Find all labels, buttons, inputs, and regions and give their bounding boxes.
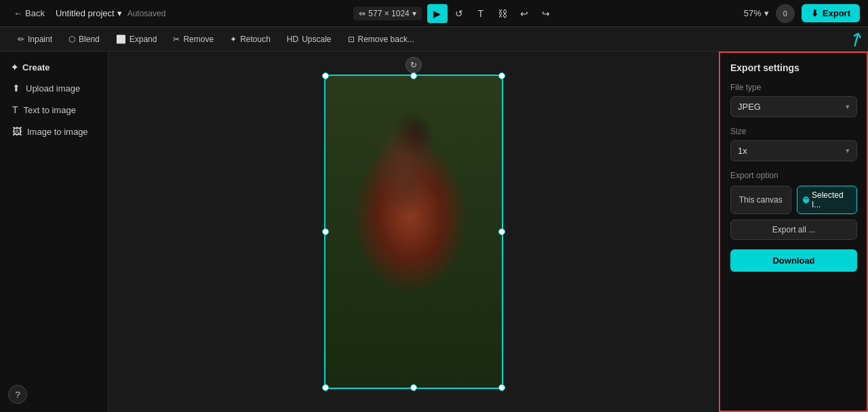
back-icon: ← [14, 8, 22, 18]
back-label: Back [25, 8, 45, 18]
export-option-label: Export option [730, 171, 857, 180]
expand-label: Expand [130, 35, 157, 44]
remove-tool[interactable]: ✂ Remove [166, 32, 220, 47]
upload-label: Upload image [26, 83, 80, 94]
handle-middle-left[interactable] [322, 228, 329, 235]
sidebar: ✦ Create ⬆ Upload image T Text to image … [0, 52, 108, 412]
create-icon: ✦ [11, 62, 18, 73]
help-icon: ? [15, 390, 20, 400]
remove-background-tool[interactable]: ⊡ Remove back... [341, 32, 421, 47]
undo-button[interactable]: ↩ [514, 4, 534, 23]
main-layout: ✦ Create ⬆ Upload image T Text to image … [0, 52, 868, 412]
retouch-icon: ✦ [230, 35, 237, 44]
selected-option[interactable]: Selected I... [797, 186, 858, 214]
handle-bottom-right[interactable] [498, 384, 505, 391]
upscale-tool[interactable]: HD Upscale [280, 32, 338, 47]
zoom-chevron: ▾ [764, 8, 769, 18]
export-button[interactable]: ⬇ Export [802, 4, 860, 22]
zoom-value: 57% [744, 8, 762, 18]
select-tool-button[interactable]: ▶ [427, 4, 448, 23]
text-to-image-label: Text to image [24, 105, 76, 115]
retouch-label: Retouch [240, 35, 271, 44]
file-type-label: File type [730, 83, 857, 92]
export-option-row: This canvas Selected I... [730, 186, 857, 214]
text-to-image-icon: T [12, 104, 18, 115]
export-download-icon: ⬇ [811, 8, 818, 18]
autosaved-status: Autosaved [127, 9, 166, 18]
toolbar-icons: ▶ ↺ T ⛓ ↩ ↪ [427, 4, 556, 23]
inpaint-icon: ✏ [18, 35, 24, 44]
blend-icon: ⬡ [68, 35, 75, 44]
remove-bg-label: Remove back... [358, 35, 414, 44]
size-value: 1x [738, 146, 747, 156]
create-label: Create [22, 62, 50, 73]
back-button[interactable]: ← Back [8, 5, 50, 21]
redo-button[interactable]: ↪ [536, 4, 556, 23]
retouch-tool[interactable]: ✦ Retouch [223, 32, 277, 47]
project-name[interactable]: Untitled project ▾ [56, 8, 122, 18]
export-all-label: Export all ... [772, 225, 815, 234]
this-canvas-label: This canvas [739, 195, 783, 205]
text-tool-button[interactable]: T [471, 4, 491, 23]
handle-middle-right[interactable] [498, 228, 505, 235]
refresh-icon: ↻ [410, 60, 417, 70]
export-all-button[interactable]: Export all ... [730, 220, 857, 240]
size-select[interactable]: 1x ▾ [730, 140, 857, 161]
notification-count: 0 [783, 9, 787, 18]
file-type-value: JPEG [738, 102, 761, 112]
selected-label: Selected I... [812, 190, 851, 209]
expand-tool[interactable]: ⬜ Expand [109, 32, 164, 47]
expand-icon: ⬜ [116, 35, 126, 44]
download-label: Download [772, 255, 814, 266]
topbar-right: 57% ▾ 0 ⬇ Export [744, 4, 860, 23]
canvas-size[interactable]: ⇔ 577 × 1024 ▾ [353, 7, 421, 20]
toolstrip: ✏ Inpaint ⬡ Blend ⬜ Expand ✂ Remove ✦ Re… [0, 27, 868, 52]
handle-bottom-left[interactable] [322, 384, 329, 391]
handle-bottom-middle[interactable] [410, 384, 417, 391]
image-to-image-icon: 🖼 [12, 126, 22, 137]
file-type-chevron: ▾ [846, 102, 850, 111]
refresh-button[interactable]: ↻ [406, 57, 422, 73]
remove-bg-icon: ⊡ [348, 35, 355, 44]
download-button[interactable]: Download [730, 249, 857, 272]
inpaint-tool[interactable]: ✏ Inpaint [11, 32, 59, 47]
topbar: ← Back Untitled project ▾ Autosaved ⇔ 57… [0, 0, 868, 27]
project-dropdown-icon: ▾ [117, 8, 122, 18]
export-panel: ↗ Export settings File type JPEG ▾ Size … [719, 52, 868, 412]
topbar-left: ← Back Untitled project ▾ Autosaved [8, 5, 165, 21]
canvas-size-value: 577 × 1024 [368, 9, 409, 18]
remove-label: Remove [183, 35, 214, 44]
blend-label: Blend [79, 35, 100, 44]
sidebar-item-text-to-image[interactable]: T Text to image [5, 100, 102, 120]
handle-top-left[interactable] [322, 73, 329, 79]
size-label: Size [730, 127, 857, 136]
blend-tool[interactable]: ⬡ Blend [62, 32, 106, 47]
sidebar-item-upload[interactable]: ⬆ Upload image [5, 78, 102, 98]
link-tool-button[interactable]: ⛓ [492, 4, 513, 23]
selected-radio-indicator [803, 197, 809, 203]
topbar-center: ⇔ 577 × 1024 ▾ ▶ ↺ T ⛓ ↩ ↪ [353, 4, 555, 23]
zoom-control[interactable]: 57% ▾ [744, 8, 769, 18]
canvas-image [326, 76, 502, 388]
upscale-label: Upscale [302, 35, 331, 44]
canvas-wrapper: ↻ [326, 76, 502, 388]
photo-lighting [326, 76, 502, 388]
size-chevron: ▾ [846, 146, 850, 155]
this-canvas-option[interactable]: This canvas [730, 186, 791, 214]
help-button[interactable]: ? [8, 385, 27, 404]
canvas-size-chevron: ▾ [412, 9, 416, 18]
inpaint-label: Inpaint [28, 35, 52, 44]
notifications-button[interactable]: 0 [776, 4, 795, 23]
image-to-image-label: Image to image [27, 127, 88, 137]
sidebar-item-image-to-image[interactable]: 🖼 Image to image [5, 121, 102, 142]
rotate-tool-button[interactable]: ↺ [449, 4, 469, 23]
handle-top-right[interactable] [498, 73, 505, 79]
handle-top-middle[interactable] [410, 73, 417, 79]
resize-icon: ⇔ [359, 9, 366, 18]
remove-icon: ✂ [173, 35, 180, 44]
project-name-text: Untitled project [56, 8, 115, 18]
file-type-select[interactable]: JPEG ▾ [730, 96, 857, 117]
sidebar-section-title: ✦ Create [5, 60, 102, 78]
canvas-area: ↻ [108, 52, 719, 412]
upscale-icon: HD [287, 35, 298, 44]
